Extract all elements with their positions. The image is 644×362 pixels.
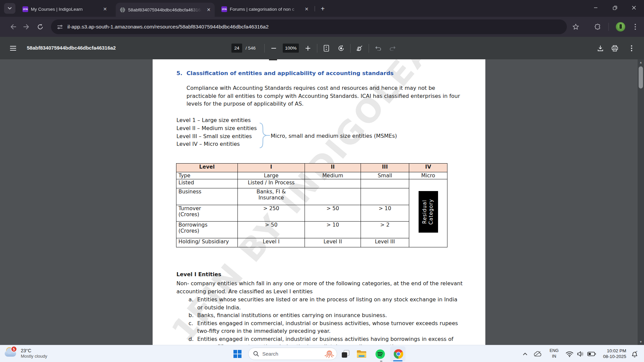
levels-list: Level 1 – Large size entities Level II –… <box>176 116 257 148</box>
plus-icon <box>306 46 310 51</box>
pdf-document-title: 58abf834075944bdbc46dbcfa46316a2 <box>27 45 116 51</box>
undo-icon <box>375 46 381 51</box>
chrome-button[interactable] <box>392 348 405 360</box>
tab-title: My Courses | IndigoLearn <box>31 7 100 12</box>
undo-button[interactable] <box>372 43 384 54</box>
print-button[interactable] <box>609 43 621 54</box>
cut-off-text-fragment <box>269 59 277 60</box>
pdf-page-controls: / 546 100% <box>231 37 398 59</box>
chrome-active-indicator <box>393 360 402 361</box>
browser-toolbar: il-app.s3.ap-south-1.amazonaws.com/resou… <box>0 17 644 37</box>
tab-my-courses[interactable]: 1FIN My Courses | IndigoLearn ✕ <box>18 3 111 15</box>
restore-icon <box>613 6 617 10</box>
reload-button[interactable] <box>35 21 46 32</box>
tab-close-icon[interactable]: ✕ <box>206 7 211 12</box>
speaker-icon <box>577 351 584 357</box>
taskbar: 5 23°C Mostly cloudy Search <box>0 345 644 362</box>
scroll-down-arrow[interactable]: ▼ <box>638 339 644 345</box>
clock-date: 08-10-2025 <box>602 354 626 359</box>
table-row: Turnover (Crores) > 250 > 50 > 10 <box>176 205 447 222</box>
task-view-button[interactable] <box>339 348 352 360</box>
tab-title: Forums | categorisation of non c <box>230 7 301 12</box>
print-icon <box>611 45 618 52</box>
section-heading-5: 5. Classification of entities and applic… <box>176 70 393 76</box>
minimize-button[interactable] <box>588 1 603 14</box>
table-row: Listed Listed / In Process Residual Cate… <box>176 179 447 188</box>
page-number-input[interactable] <box>231 44 242 53</box>
bookmark-star-button[interactable] <box>570 21 581 32</box>
tab-search-chevron-button[interactable] <box>4 3 15 14</box>
curly-brace <box>259 122 272 148</box>
zoom-in-button[interactable] <box>302 43 314 54</box>
zoom-level[interactable]: 100% <box>283 44 299 53</box>
new-tab-button[interactable]: + <box>318 4 327 13</box>
weather-description: Mostly cloudy <box>21 354 47 359</box>
hamburger-icon <box>10 46 16 51</box>
msme-note: Micro, small and medium size entities (M… <box>271 133 397 139</box>
spotify-running-indicator <box>380 361 382 362</box>
divider <box>264 44 265 53</box>
weather-widget[interactable]: 5 23°C Mostly cloudy <box>5 347 47 360</box>
vertical-scrollbar[interactable]: ▲ ▼ <box>638 59 644 345</box>
tab-strip: 1FIN My Courses | IndigoLearn ✕ 58abf834… <box>0 0 644 17</box>
search-highlight-octopus-icon <box>325 349 334 359</box>
file-explorer-button[interactable] <box>355 348 368 360</box>
pdf-toolbar: 58abf834075944bdbc46dbcfa46316a2 / 546 1… <box>0 37 644 59</box>
draw-squiggle-icon <box>356 46 363 51</box>
star-icon <box>573 24 579 30</box>
divider <box>369 44 369 53</box>
tab-pdf-active[interactable]: 58abf834075944bdbc46dbcfa46316a2 ✕ <box>116 3 215 17</box>
download-icon <box>597 45 603 52</box>
table-row: Type Large Medium Small Micro <box>176 172 447 179</box>
annotate-button[interactable] <box>354 43 365 54</box>
table-header-row: Level I II III IV <box>176 164 447 172</box>
task-view-icon <box>341 350 350 358</box>
tab-title: 58abf834075944bdbc46dbcfa46316a2 <box>128 7 203 12</box>
pdf-viewport: 1FIN BY INDIGOLEARN 5. Classification of… <box>0 59 644 345</box>
fit-to-page-button[interactable] <box>321 43 332 54</box>
scroll-up-arrow[interactable]: ▲ <box>638 59 644 65</box>
rotate-icon <box>338 45 344 52</box>
battery-tray-button[interactable] <box>585 348 598 360</box>
indigolearn-favicon: 1FIN <box>221 6 227 12</box>
chevron-up-icon <box>523 353 527 355</box>
residual-category-box: Residual Category <box>419 191 438 233</box>
tab-close-icon[interactable]: ✕ <box>304 6 309 12</box>
back-button[interactable] <box>8 21 19 32</box>
list-item: d. Entities engaged in commercial, indus… <box>189 335 460 345</box>
language-indicator[interactable]: ENG IN <box>547 348 561 359</box>
bell-dnd-icon: z z <box>631 350 638 358</box>
address-bar[interactable]: il-app.s3.ap-south-1.amazonaws.com/resou… <box>51 19 567 34</box>
notification-center-button[interactable]: z z <box>628 348 641 360</box>
pdf-more-options-button[interactable] <box>626 43 637 54</box>
fit-page-icon <box>324 45 329 52</box>
onedrive-tray-button[interactable] <box>531 348 544 360</box>
profile-avatar[interactable] <box>616 22 625 32</box>
weather-icon: 5 <box>5 347 18 360</box>
redo-button[interactable] <box>387 43 398 54</box>
tab-forums[interactable]: 1FIN Forums | categorisation of non c ✕ <box>217 3 313 15</box>
tray-show-hidden-button[interactable] <box>518 348 532 360</box>
table-row: Holding/ Subsidiary Level I Level II Lev… <box>176 238 447 247</box>
spotify-button[interactable] <box>373 348 387 360</box>
list-item: a. Entities whose securities are listed … <box>189 296 460 311</box>
pdf-menu-button[interactable] <box>7 43 19 54</box>
tab-close-icon[interactable]: ✕ <box>102 6 108 12</box>
forward-button[interactable] <box>21 21 32 32</box>
rotate-button[interactable] <box>335 43 347 54</box>
zoom-out-button[interactable] <box>268 43 279 54</box>
svg-text:z: z <box>636 350 637 352</box>
taskbar-search[interactable]: Search <box>248 348 337 360</box>
puzzle-icon <box>595 24 601 30</box>
close-window-button[interactable] <box>626 1 642 14</box>
clock-widget[interactable]: 10:02 PM 08-10-2025 <box>602 348 626 359</box>
download-button[interactable] <box>595 43 606 54</box>
site-settings-icon[interactable] <box>57 24 63 30</box>
start-button[interactable] <box>231 348 244 360</box>
restore-button[interactable] <box>607 1 623 14</box>
extensions-button[interactable] <box>592 21 603 32</box>
browser-menu-button[interactable] <box>630 21 641 32</box>
scrollbar-thumb[interactable] <box>639 66 643 88</box>
chevron-down-icon <box>8 7 12 10</box>
indigolearn-favicon: 1FIN <box>22 6 28 12</box>
